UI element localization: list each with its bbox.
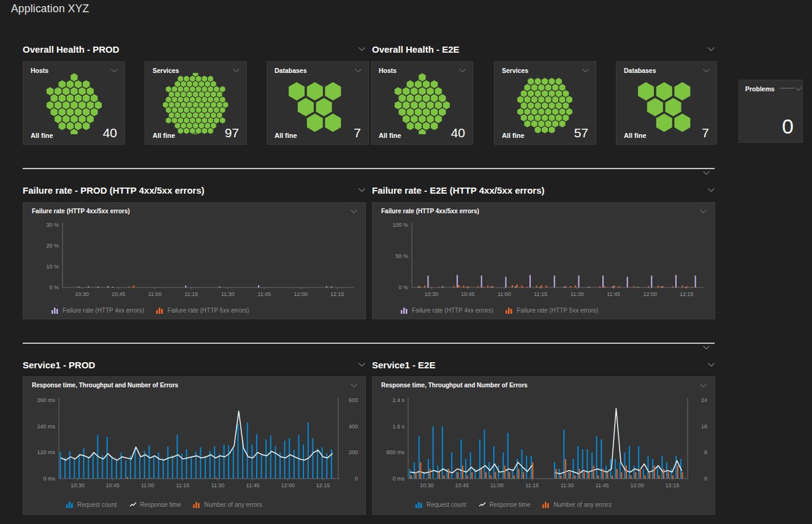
legend-item[interactable]: Failure rate (HTTP 5xx errors) [506, 307, 598, 314]
bar-series-icon [415, 501, 423, 508]
legend-item[interactable]: Number of any errors [542, 501, 611, 508]
legend-label: Failure rate (HTTP 5xx errors) [517, 307, 598, 314]
hexagon-cluster [617, 73, 718, 134]
section-header-service-e2e: Service1 - E2E [372, 359, 721, 371]
svg-text:120 ms: 120 ms [37, 449, 55, 455]
chevron-down-icon[interactable] [702, 345, 710, 350]
svg-text:11:15: 11:15 [184, 291, 198, 297]
svg-text:12:15: 12:15 [680, 291, 694, 297]
chart-title: Response time, Throughput and Number of … [381, 382, 528, 389]
svg-text:360 ms: 360 ms [37, 397, 55, 403]
svg-text:10:45: 10:45 [112, 291, 126, 297]
failure-rate-chart-e2e[interactable]: 0 %50 %100 %10:3010:4511:0011:1511:3011:… [378, 219, 711, 302]
legend-label: Failure rate (HTTP 4xx errors) [412, 307, 493, 314]
chevron-down-icon[interactable] [702, 68, 710, 73]
svg-text:11:30: 11:30 [221, 291, 235, 297]
legend-item[interactable]: Number of any errors [193, 501, 262, 508]
section-title: Overall Health - PROD [23, 44, 120, 55]
chevron-down-icon[interactable] [458, 68, 466, 73]
chart-tile-failure-e2e[interactable]: Failure rate (HTTP 4xx/5xx errors) 0 %50… [372, 202, 715, 319]
chevron-down-icon[interactable] [699, 209, 707, 214]
chevron-down-icon[interactable] [707, 188, 715, 192]
legend-item[interactable]: Failure rate (HTTP 4xx errors) [51, 307, 144, 314]
chart-title: Response time, Throughput and Number of … [32, 382, 178, 389]
hexagon-cluster [23, 73, 124, 134]
bar-series-icon [193, 501, 201, 508]
chevron-down-icon[interactable] [699, 383, 707, 388]
svg-text:11:00: 11:00 [141, 482, 154, 488]
tile-status: All fine [31, 132, 53, 139]
section-header-failure-e2e: Failure rate - E2E (HTTP 4xx/5xx errors) [372, 184, 721, 196]
chevron-down-icon[interactable] [358, 188, 366, 192]
svg-text:11:00: 11:00 [498, 291, 511, 297]
chevron-down-icon[interactable] [232, 68, 240, 73]
health-tile-hosts-prod[interactable]: Hosts All fine 40 [23, 61, 125, 145]
legend-label: Request count [427, 501, 466, 508]
chart-tile-service-e2e[interactable]: Response time, Throughput and Number of … [372, 376, 715, 515]
tile-status: All fine [502, 132, 525, 139]
svg-text:11:45: 11:45 [246, 482, 260, 488]
service-chart-e2e[interactable]: 0 ms800 ms1.6 s2.4 s08162410:3010:4511:0… [378, 393, 711, 496]
chart-tile-failure-prod[interactable]: Failure rate (HTTP 4xx/5xx errors) 0 %10… [23, 202, 366, 319]
svg-text:24: 24 [701, 397, 707, 403]
bar-series-icon [156, 307, 164, 314]
svg-text:12:00: 12:00 [281, 482, 295, 488]
svg-text:10 %: 10 % [46, 264, 59, 270]
legend-label: Response time [490, 501, 531, 508]
service-chart-prod[interactable]: 0 ms120 ms240 ms360 ms020040060010:3010:… [28, 393, 362, 496]
tile-status: All fine [624, 132, 647, 139]
legend-item[interactable]: Response time [479, 501, 531, 508]
svg-text:11:00: 11:00 [148, 291, 162, 297]
chevron-down-icon[interactable] [350, 383, 358, 388]
chevron-down-icon[interactable] [707, 362, 715, 367]
line-series-icon [129, 501, 137, 508]
legend-item[interactable]: Request count [66, 501, 117, 508]
tile-status: All fine [275, 132, 297, 139]
chevron-down-icon[interactable] [707, 47, 715, 51]
legend-item[interactable]: Response time [129, 501, 181, 508]
problems-tile[interactable]: Problems 0 [738, 80, 803, 143]
legend-item[interactable]: Failure rate (HTTP 5xx errors) [156, 307, 249, 314]
svg-text:8: 8 [704, 449, 707, 455]
chevron-down-icon[interactable] [350, 209, 358, 214]
tile-count: 40 [451, 126, 465, 139]
svg-text:16: 16 [701, 423, 707, 430]
svg-text:10:45: 10:45 [461, 291, 475, 297]
chevron-down-icon[interactable] [110, 68, 118, 73]
problems-count: 0 [782, 115, 794, 139]
failure-rate-chart-prod[interactable]: 0 %10 %20 %30 %10:3010:4511:0011:1511:30… [28, 219, 362, 302]
svg-text:400: 400 [349, 423, 358, 430]
chevron-down-icon[interactable] [358, 362, 366, 367]
legend-item[interactable]: Failure rate (HTTP 4xx errors) [401, 307, 493, 314]
tile-count: 40 [103, 126, 117, 139]
health-tile-databases-e2e[interactable]: Databases All fine 7 [616, 61, 717, 145]
health-tile-hosts-e2e[interactable]: Hosts All fine 40 [371, 61, 473, 145]
bar-series-icon [542, 501, 550, 508]
section-divider [23, 343, 715, 344]
health-tile-databases-prod[interactable]: Databases All fine 7 [267, 61, 369, 145]
bar-series-icon [66, 501, 74, 508]
health-tile-services-e2e[interactable]: Services All fine 57 [494, 61, 596, 145]
svg-text:11:00: 11:00 [490, 482, 504, 488]
chevron-down-icon[interactable] [582, 68, 590, 73]
tile-count: 7 [702, 126, 709, 139]
chart-tile-service-prod[interactable]: Response time, Throughput and Number of … [23, 376, 366, 515]
chevron-down-icon[interactable] [702, 170, 710, 175]
svg-text:20 %: 20 % [46, 243, 59, 249]
svg-text:11:30: 11:30 [211, 482, 224, 488]
tile-title: Problems [745, 85, 775, 93]
svg-text:11:15: 11:15 [176, 482, 189, 488]
section-title: Overall Health - E2E [372, 44, 460, 55]
tile-count: 57 [574, 126, 588, 139]
section-title: Service1 - PROD [23, 360, 95, 370]
svg-text:50 %: 50 % [395, 253, 408, 259]
chevron-down-icon[interactable] [794, 86, 802, 91]
legend-label: Failure rate (HTTP 4xx errors) [63, 307, 144, 314]
chevron-down-icon[interactable] [358, 47, 366, 51]
svg-text:11:15: 11:15 [534, 291, 547, 297]
health-tile-services-prod[interactable]: Services All fine 97 [145, 61, 247, 145]
hexagon-cluster [371, 73, 472, 134]
svg-text:0 ms: 0 ms [392, 476, 404, 482]
legend-item[interactable]: Request count [415, 501, 466, 508]
chevron-down-icon[interactable] [354, 68, 362, 73]
